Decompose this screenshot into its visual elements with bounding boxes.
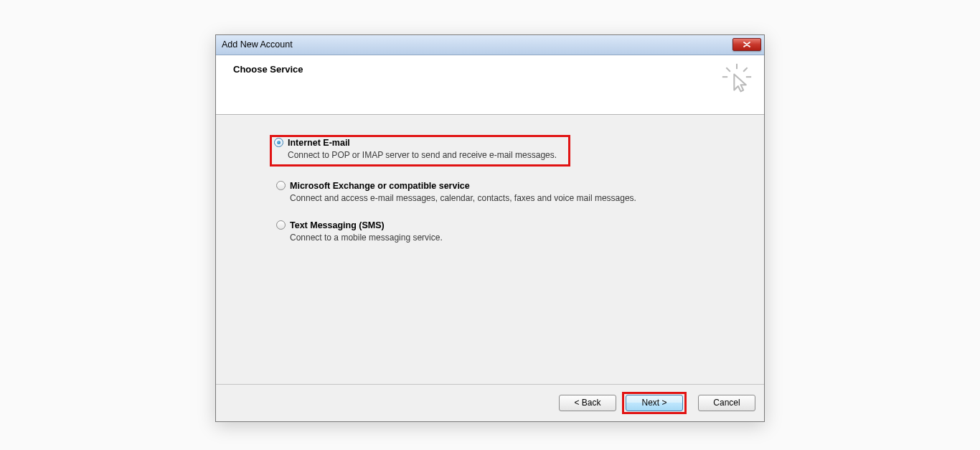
option-label: Microsoft Exchange or compatible service [290, 181, 470, 191]
close-icon [743, 41, 751, 48]
svg-line-1 [726, 67, 730, 72]
cursor-click-icon [721, 62, 753, 94]
add-account-dialog: Add New Account Choose Service Internet … [215, 34, 765, 422]
option-desc: Connect and access e-mail messages, cale… [290, 193, 760, 203]
cancel-button[interactable]: Cancel [698, 395, 755, 411]
option-internet-email[interactable]: Internet E-mail Connect to POP or IMAP s… [270, 135, 570, 167]
close-button[interactable] [732, 38, 761, 51]
next-button[interactable]: Next > [626, 395, 683, 411]
wizard-content: Internet E-mail Connect to POP or IMAP s… [216, 115, 764, 384]
radio-exchange[interactable] [276, 181, 286, 190]
radio-sms[interactable] [276, 220, 286, 230]
option-exchange[interactable]: Microsoft Exchange or compatible service… [272, 178, 764, 206]
next-button-highlight: Next > [622, 392, 687, 414]
option-desc: Connect to POP or IMAP server to send an… [288, 150, 566, 160]
radio-internet-email[interactable] [274, 138, 283, 147]
option-label: Internet E-mail [288, 138, 350, 148]
titlebar[interactable]: Add New Account [216, 35, 764, 55]
option-desc: Connect to a mobile messaging service. [290, 233, 760, 243]
window-title: Add New Account [222, 39, 732, 50]
page-heading: Choose Service [233, 64, 721, 75]
option-label: Text Messaging (SMS) [290, 220, 385, 230]
wizard-header: Choose Service [216, 55, 764, 115]
option-sms[interactable]: Text Messaging (SMS) Connect to a mobile… [272, 217, 764, 245]
back-button[interactable]: < Back [559, 395, 616, 411]
wizard-footer: < Back Next > Cancel [216, 384, 764, 421]
svg-line-2 [743, 67, 748, 72]
